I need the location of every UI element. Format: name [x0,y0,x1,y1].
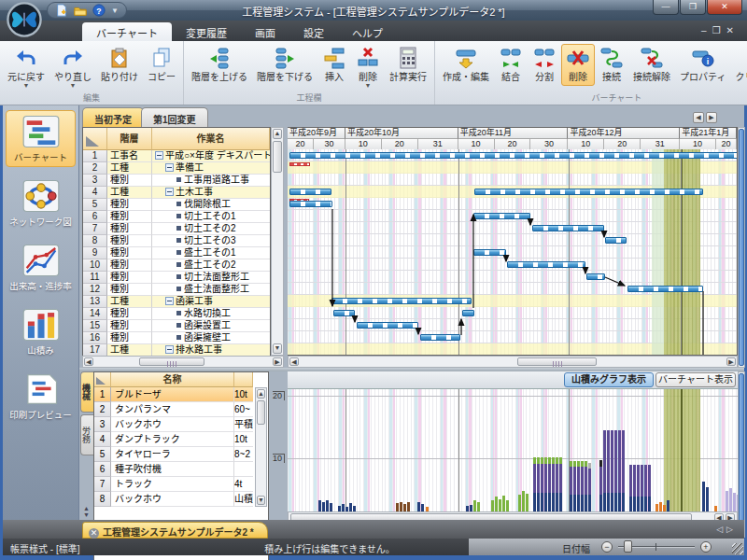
gantt-bar[interactable] [473,249,506,256]
gantt-bar[interactable] [507,261,585,268]
scroll-thumb[interactable] [257,400,265,425]
column-spec[interactable] [234,372,253,387]
table-row[interactable]: 15種別函渠設置工 [83,320,270,332]
sidebar-item-山積み[interactable]: 山積み [6,303,76,360]
task-table-vscrollbar[interactable]: ▲ ▼ [271,127,284,356]
tab-original-plan[interactable]: 当初予定 [82,107,144,127]
table-row[interactable]: 2工種準備工 [83,162,270,175]
doc-close-icon[interactable]: ✕ [89,528,99,539]
scroll-thumb[interactable] [517,357,597,366]
ribbon-button-元に戻す[interactable]: 元に戻す▼ [3,44,49,91]
table-row[interactable]: 10種別盛土工その2 [83,259,270,272]
tab-first-revision[interactable]: 第1回変更 [141,107,208,127]
maximize-button[interactable]: ❐ [680,0,706,15]
scroll-thumb[interactable] [739,129,744,366]
menu-tab-画面[interactable]: 画面 [241,22,289,41]
gantt-bar[interactable] [357,322,418,329]
menu-tab-ヘルプ[interactable]: ヘルプ [338,22,397,41]
gantt-bar[interactable] [605,237,627,244]
table-row[interactable]: 12種別盛土法面整形工 [83,284,270,296]
ribbon-button-削除[interactable]: 削除▼ [351,44,385,91]
collapse-minus-icon[interactable] [165,297,174,305]
sidebar-item-バーチャート[interactable]: バーチャート [6,110,76,167]
gantt-scroll-left-icon[interactable]: ◀ [693,112,704,123]
resize-grip[interactable] [732,543,743,554]
ribbon-button-プロパティ[interactable]: iプロパティ [675,44,730,86]
gantt-bar[interactable] [586,273,605,280]
table-row[interactable]: 7種別切土工その2 [83,223,270,235]
gantt-bar[interactable] [627,286,703,292]
gantt-bar[interactable] [333,310,355,316]
minimize-button[interactable]: — [653,0,679,15]
column-task-name[interactable]: 作業名 [152,128,270,150]
column-resource-name[interactable]: 名称 [111,372,234,387]
gantt-hscrollbar[interactable]: ◀ ▶ [288,356,738,368]
gantt-scroll-right-icon[interactable]: ▶ [706,112,717,123]
ribbon-button-挿入[interactable]: 挿入 [317,44,351,86]
ribbon-button-コピー[interactable]: コピー [143,44,180,86]
table-row[interactable]: 13工種函渠工事 [83,296,270,308]
corner-cell[interactable] [83,128,107,150]
ribbon-button-接続解除[interactable]: 接続解除 [628,44,675,86]
column-level[interactable]: 階層 [107,128,152,150]
table-row[interactable]: 3種別工事用道路工事 [83,175,270,187]
gantt-bar[interactable] [420,334,460,341]
list-item[interactable]: 7トラック4t [94,477,268,492]
sidebar-item-出来高・進捗率[interactable]: 出来高・進捗率 [6,239,76,296]
table-row[interactable]: 16種別函渠擁壁工 [83,332,270,344]
corner-cell[interactable] [94,372,111,387]
menu-tab-設定[interactable]: 設定 [289,22,338,41]
menu-tab-変更履歴[interactable]: 変更履歴 [172,22,241,41]
zoom-slider-thumb[interactable] [624,540,632,553]
ribbon-button-削除[interactable]: 削除 [561,44,595,86]
gantt-bar[interactable] [331,298,472,304]
scroll-thumb[interactable] [273,141,282,173]
table-row[interactable]: 9種別盛土工その1 [83,247,270,259]
zoom-in-icon[interactable]: + [700,541,712,553]
collapse-minus-icon[interactable] [165,188,174,196]
tab-labor[interactable]: 労務 [80,414,93,455]
qat-customize-icon[interactable]: ▼ [111,7,119,15]
scroll-thumb[interactable] [139,357,204,366]
scroll-down-icon[interactable]: ▼ [257,496,265,505]
ribbon-button-計算実行[interactable]: 計算実行 [385,44,431,86]
table-row[interactable]: 6種別切土工その1 [83,211,270,223]
show-barchart-button[interactable]: バーチャート表示 [655,372,736,387]
help-icon[interactable]: ? [92,4,106,17]
list-item[interactable]: 6種子吹付機 [94,462,268,477]
ribbon-button-クリティカル[interactable]: クリティカル [730,44,747,86]
table-row[interactable]: 1工事名平成○×年度 デキスパート [83,150,270,162]
scroll-up-icon[interactable]: ▲ [273,129,282,139]
collapse-minus-icon[interactable] [165,345,174,354]
tab-machines[interactable]: 機械 [80,371,93,413]
scroll-right-icon[interactable]: ▶ [726,357,736,366]
ribbon-button-接続[interactable]: 接続 [595,44,628,86]
task-table-hscrollbar[interactable]: ◀ ▶ [82,356,284,368]
scroll-left-icon[interactable]: ◀ [84,357,93,366]
gantt-bar[interactable] [289,152,738,159]
scroll-up-icon[interactable]: ▲ [257,389,265,399]
sidebar-item-印刷プレビュー[interactable]: 印刷プレビュー [6,368,76,425]
ribbon-button-階層を上げる[interactable]: 階層を上げる [187,44,252,86]
doc-tab-nav-arrows[interactable]: ◁▷ [716,525,737,534]
table-row[interactable]: 4工種土木工事 [83,187,270,199]
sidebar-item-ネットワーク図[interactable]: ネットワーク図 [6,175,76,231]
close-button[interactable]: ✕ [707,0,742,15]
gantt-bar[interactable] [474,189,703,195]
open-folder-icon[interactable] [74,4,87,17]
mdi-window-controls[interactable]: –❐✕ [701,25,740,35]
ribbon-button-やり直し[interactable]: やり直し▼ [49,44,96,91]
gantt-bar[interactable] [289,201,332,207]
gantt-bar[interactable] [473,213,530,219]
list-item[interactable]: 2タンパランマ60~ [94,402,268,417]
app-logo-butterfly-icon[interactable] [7,2,42,37]
table-row[interactable]: 5種別伐開除根工 [83,199,270,211]
gantt-bar[interactable] [532,225,604,231]
table-row[interactable]: 14種別水路切換工 [83,308,270,320]
scroll-thumb[interactable] [739,373,744,536]
list-item[interactable]: 5タイヤローラ8~2 [94,447,268,462]
ribbon-button-貼り付け[interactable]: 貼り付け [96,44,143,86]
show-histogram-button[interactable]: 山積みグラフ表示 [564,372,654,387]
menu-tab-バーチャート[interactable]: バーチャート [82,22,172,41]
list-item[interactable]: 8バックホウ山積 [94,492,268,507]
